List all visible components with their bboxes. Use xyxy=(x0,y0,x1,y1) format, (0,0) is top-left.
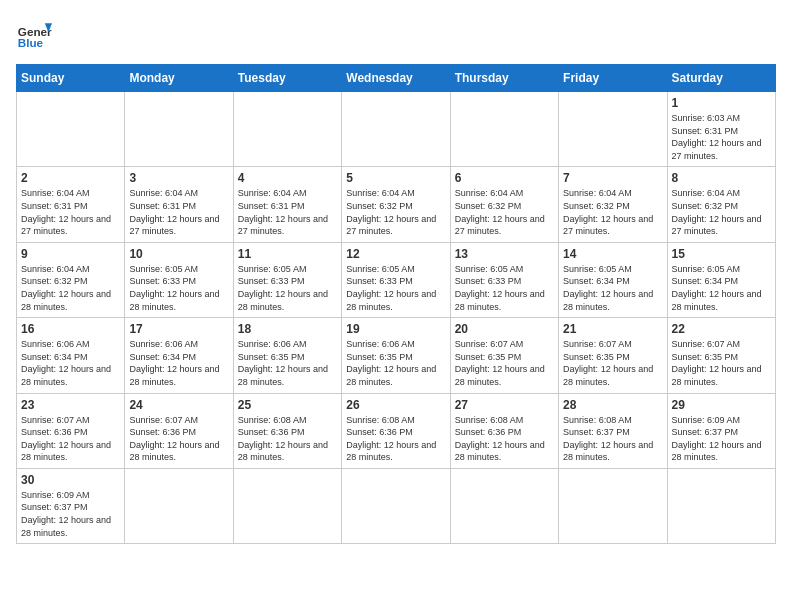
calendar-cell xyxy=(450,92,558,167)
calendar-cell: 10Sunrise: 6:05 AM Sunset: 6:33 PM Dayli… xyxy=(125,242,233,317)
day-number: 6 xyxy=(455,171,554,185)
day-number: 5 xyxy=(346,171,445,185)
day-number: 13 xyxy=(455,247,554,261)
day-info: Sunrise: 6:03 AM Sunset: 6:31 PM Dayligh… xyxy=(672,112,771,162)
calendar-cell: 2Sunrise: 6:04 AM Sunset: 6:31 PM Daylig… xyxy=(17,167,125,242)
calendar-cell xyxy=(667,468,775,543)
calendar-week-row: 23Sunrise: 6:07 AM Sunset: 6:36 PM Dayli… xyxy=(17,393,776,468)
day-info: Sunrise: 6:05 AM Sunset: 6:34 PM Dayligh… xyxy=(563,263,662,313)
day-number: 3 xyxy=(129,171,228,185)
calendar-cell: 20Sunrise: 6:07 AM Sunset: 6:35 PM Dayli… xyxy=(450,318,558,393)
day-info: Sunrise: 6:05 AM Sunset: 6:34 PM Dayligh… xyxy=(672,263,771,313)
day-info: Sunrise: 6:04 AM Sunset: 6:32 PM Dayligh… xyxy=(346,187,445,237)
calendar-cell: 5Sunrise: 6:04 AM Sunset: 6:32 PM Daylig… xyxy=(342,167,450,242)
calendar-cell: 19Sunrise: 6:06 AM Sunset: 6:35 PM Dayli… xyxy=(342,318,450,393)
day-info: Sunrise: 6:05 AM Sunset: 6:33 PM Dayligh… xyxy=(238,263,337,313)
calendar-cell: 28Sunrise: 6:08 AM Sunset: 6:37 PM Dayli… xyxy=(559,393,667,468)
header: General Blue xyxy=(16,16,776,52)
calendar-cell: 21Sunrise: 6:07 AM Sunset: 6:35 PM Dayli… xyxy=(559,318,667,393)
calendar-cell: 12Sunrise: 6:05 AM Sunset: 6:33 PM Dayli… xyxy=(342,242,450,317)
calendar-cell: 30Sunrise: 6:09 AM Sunset: 6:37 PM Dayli… xyxy=(17,468,125,543)
day-info: Sunrise: 6:08 AM Sunset: 6:36 PM Dayligh… xyxy=(455,414,554,464)
calendar-cell: 8Sunrise: 6:04 AM Sunset: 6:32 PM Daylig… xyxy=(667,167,775,242)
day-info: Sunrise: 6:04 AM Sunset: 6:31 PM Dayligh… xyxy=(129,187,228,237)
calendar-cell: 27Sunrise: 6:08 AM Sunset: 6:36 PM Dayli… xyxy=(450,393,558,468)
day-number: 16 xyxy=(21,322,120,336)
day-info: Sunrise: 6:07 AM Sunset: 6:36 PM Dayligh… xyxy=(129,414,228,464)
day-info: Sunrise: 6:05 AM Sunset: 6:33 PM Dayligh… xyxy=(129,263,228,313)
calendar-cell: 4Sunrise: 6:04 AM Sunset: 6:31 PM Daylig… xyxy=(233,167,341,242)
weekday-header: Tuesday xyxy=(233,65,341,92)
day-number: 30 xyxy=(21,473,120,487)
day-info: Sunrise: 6:04 AM Sunset: 6:31 PM Dayligh… xyxy=(238,187,337,237)
day-info: Sunrise: 6:07 AM Sunset: 6:35 PM Dayligh… xyxy=(672,338,771,388)
calendar-cell: 3Sunrise: 6:04 AM Sunset: 6:31 PM Daylig… xyxy=(125,167,233,242)
calendar-cell xyxy=(233,92,341,167)
calendar: SundayMondayTuesdayWednesdayThursdayFrid… xyxy=(16,64,776,544)
calendar-cell xyxy=(450,468,558,543)
calendar-cell: 14Sunrise: 6:05 AM Sunset: 6:34 PM Dayli… xyxy=(559,242,667,317)
calendar-cell: 17Sunrise: 6:06 AM Sunset: 6:34 PM Dayli… xyxy=(125,318,233,393)
calendar-cell xyxy=(559,468,667,543)
day-number: 2 xyxy=(21,171,120,185)
day-number: 17 xyxy=(129,322,228,336)
calendar-cell: 6Sunrise: 6:04 AM Sunset: 6:32 PM Daylig… xyxy=(450,167,558,242)
calendar-cell xyxy=(17,92,125,167)
day-number: 8 xyxy=(672,171,771,185)
calendar-week-row: 16Sunrise: 6:06 AM Sunset: 6:34 PM Dayli… xyxy=(17,318,776,393)
calendar-cell: 23Sunrise: 6:07 AM Sunset: 6:36 PM Dayli… xyxy=(17,393,125,468)
day-info: Sunrise: 6:08 AM Sunset: 6:36 PM Dayligh… xyxy=(238,414,337,464)
day-info: Sunrise: 6:04 AM Sunset: 6:32 PM Dayligh… xyxy=(455,187,554,237)
day-info: Sunrise: 6:04 AM Sunset: 6:32 PM Dayligh… xyxy=(563,187,662,237)
weekday-header: Sunday xyxy=(17,65,125,92)
weekday-header: Saturday xyxy=(667,65,775,92)
logo-icon: General Blue xyxy=(16,16,52,52)
day-info: Sunrise: 6:07 AM Sunset: 6:36 PM Dayligh… xyxy=(21,414,120,464)
day-number: 25 xyxy=(238,398,337,412)
day-number: 24 xyxy=(129,398,228,412)
day-number: 19 xyxy=(346,322,445,336)
weekday-header: Thursday xyxy=(450,65,558,92)
weekday-header: Friday xyxy=(559,65,667,92)
calendar-cell: 15Sunrise: 6:05 AM Sunset: 6:34 PM Dayli… xyxy=(667,242,775,317)
day-number: 22 xyxy=(672,322,771,336)
day-number: 21 xyxy=(563,322,662,336)
weekday-header: Monday xyxy=(125,65,233,92)
day-number: 1 xyxy=(672,96,771,110)
calendar-cell: 29Sunrise: 6:09 AM Sunset: 6:37 PM Dayli… xyxy=(667,393,775,468)
calendar-cell: 16Sunrise: 6:06 AM Sunset: 6:34 PM Dayli… xyxy=(17,318,125,393)
day-number: 23 xyxy=(21,398,120,412)
day-info: Sunrise: 6:04 AM Sunset: 6:32 PM Dayligh… xyxy=(21,263,120,313)
day-info: Sunrise: 6:09 AM Sunset: 6:37 PM Dayligh… xyxy=(672,414,771,464)
day-number: 15 xyxy=(672,247,771,261)
day-number: 18 xyxy=(238,322,337,336)
weekday-header: Wednesday xyxy=(342,65,450,92)
calendar-cell: 18Sunrise: 6:06 AM Sunset: 6:35 PM Dayli… xyxy=(233,318,341,393)
calendar-cell xyxy=(342,468,450,543)
day-info: Sunrise: 6:09 AM Sunset: 6:37 PM Dayligh… xyxy=(21,489,120,539)
day-info: Sunrise: 6:06 AM Sunset: 6:35 PM Dayligh… xyxy=(346,338,445,388)
day-info: Sunrise: 6:06 AM Sunset: 6:34 PM Dayligh… xyxy=(21,338,120,388)
day-info: Sunrise: 6:07 AM Sunset: 6:35 PM Dayligh… xyxy=(455,338,554,388)
day-info: Sunrise: 6:04 AM Sunset: 6:32 PM Dayligh… xyxy=(672,187,771,237)
day-info: Sunrise: 6:08 AM Sunset: 6:36 PM Dayligh… xyxy=(346,414,445,464)
day-number: 11 xyxy=(238,247,337,261)
day-info: Sunrise: 6:05 AM Sunset: 6:33 PM Dayligh… xyxy=(455,263,554,313)
calendar-body: 1Sunrise: 6:03 AM Sunset: 6:31 PM Daylig… xyxy=(17,92,776,544)
day-number: 14 xyxy=(563,247,662,261)
day-info: Sunrise: 6:04 AM Sunset: 6:31 PM Dayligh… xyxy=(21,187,120,237)
calendar-cell: 24Sunrise: 6:07 AM Sunset: 6:36 PM Dayli… xyxy=(125,393,233,468)
calendar-cell: 25Sunrise: 6:08 AM Sunset: 6:36 PM Dayli… xyxy=(233,393,341,468)
calendar-cell: 11Sunrise: 6:05 AM Sunset: 6:33 PM Dayli… xyxy=(233,242,341,317)
day-number: 12 xyxy=(346,247,445,261)
day-number: 28 xyxy=(563,398,662,412)
logo: General Blue xyxy=(16,16,52,52)
calendar-cell: 26Sunrise: 6:08 AM Sunset: 6:36 PM Dayli… xyxy=(342,393,450,468)
day-number: 20 xyxy=(455,322,554,336)
svg-text:Blue: Blue xyxy=(18,36,44,49)
day-info: Sunrise: 6:06 AM Sunset: 6:35 PM Dayligh… xyxy=(238,338,337,388)
day-number: 9 xyxy=(21,247,120,261)
calendar-header: SundayMondayTuesdayWednesdayThursdayFrid… xyxy=(17,65,776,92)
day-number: 7 xyxy=(563,171,662,185)
day-number: 4 xyxy=(238,171,337,185)
